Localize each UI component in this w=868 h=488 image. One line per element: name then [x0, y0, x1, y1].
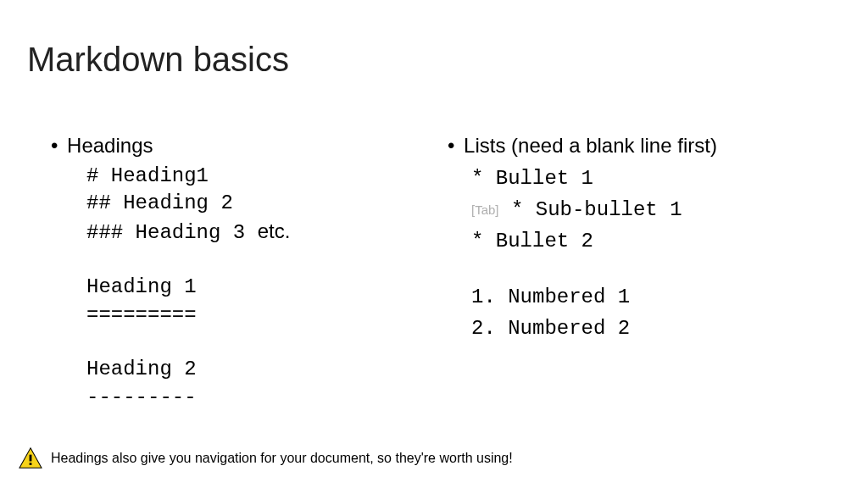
alt-h1-rule: =========	[86, 303, 197, 326]
code-h1: # Heading1	[86, 164, 209, 187]
warning-icon	[19, 447, 42, 469]
content-columns: Headings # Heading1 ## Heading 2 ### Hea…	[66, 134, 834, 411]
svg-rect-2	[30, 463, 32, 465]
sub-bullet-1: * Sub-bullet 1	[499, 198, 682, 221]
sub-bullet-line: [Tab] * Sub-bullet 1	[471, 194, 834, 225]
code-h2: ## Heading 2	[86, 191, 233, 214]
etc-label: etc.	[258, 219, 291, 242]
footer-text: Headings also give you navigation for yo…	[51, 451, 513, 466]
alt-h2-rule: ---------	[86, 385, 197, 408]
column-left: Headings # Heading1 ## Heading 2 ### Hea…	[66, 134, 454, 411]
footer: Headings also give you navigation for yo…	[19, 447, 513, 469]
alt-headings-code-block: Heading 1 ========= Heading 2 ---------	[86, 274, 437, 411]
alt-h1-text: Heading 1	[86, 275, 197, 298]
spacer	[471, 258, 834, 281]
spacer	[66, 247, 437, 274]
bullet-1: * Bullet 1	[471, 163, 834, 194]
column-right: Lists (need a blank line first) * Bullet…	[454, 134, 834, 411]
headings-label: Headings	[66, 134, 437, 158]
lists-code-block: * Bullet 1 [Tab] * Sub-bullet 1 * Bullet…	[471, 163, 834, 344]
bullet-2: * Bullet 2	[471, 225, 834, 257]
slide-title: Markdown basics	[27, 41, 289, 79]
headings-code-block: # Heading1 ## Heading 2 ### Heading 3 et…	[86, 163, 437, 247]
alt-h2-text: Heading 2	[86, 358, 197, 380]
slide: Markdown basics Headings # Heading1 ## H…	[0, 0, 868, 488]
lists-label: Lists (need a blank line first)	[463, 134, 834, 158]
code-h3: ### Heading 3	[86, 221, 258, 244]
numbered-2: 2. Numbered 2	[471, 313, 834, 344]
numbered-1: 1. Numbered 1	[471, 281, 834, 313]
tab-hint: [Tab]	[471, 200, 499, 219]
svg-rect-1	[30, 455, 32, 462]
